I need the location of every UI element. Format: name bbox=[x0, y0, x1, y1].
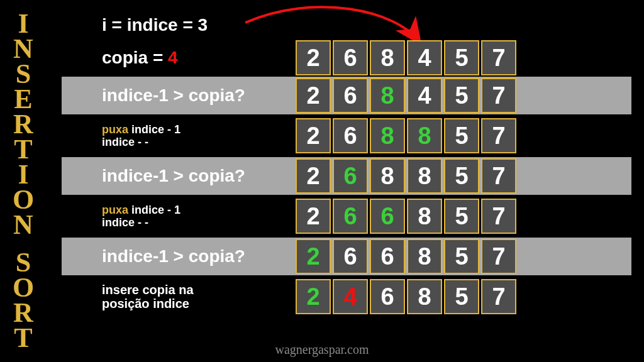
step-row-1: indice-1 > copia?268457 bbox=[62, 77, 631, 114]
array-cell: 5 bbox=[444, 199, 479, 234]
array-cell-value: 2 bbox=[306, 204, 319, 228]
array-row-1: 268457 bbox=[296, 78, 518, 113]
array-cell: 6 bbox=[333, 199, 368, 234]
array-cell: 2 bbox=[296, 158, 331, 194]
array-cell: 8 bbox=[370, 118, 405, 153]
array-cell-value: 8 bbox=[418, 285, 431, 309]
step-text: indice-1 > copia? bbox=[62, 85, 296, 106]
array-cell-value: 2 bbox=[306, 124, 319, 148]
step-text: indice-1 > copia? bbox=[62, 246, 296, 266]
array-cell: 8 bbox=[407, 239, 442, 274]
array-row-0: 268457 bbox=[296, 40, 518, 75]
array-cell-value: 5 bbox=[455, 84, 468, 107]
array-cell-value: 7 bbox=[492, 46, 505, 70]
step-text: puxa indice - 1indice - - bbox=[62, 204, 296, 229]
array-cell: 4 bbox=[407, 40, 442, 75]
array-cell: 8 bbox=[370, 78, 405, 113]
array-cell-value: 8 bbox=[380, 84, 394, 107]
step-row-6: insere copia naposição indice246857 bbox=[62, 278, 631, 315]
array-cell-value: 2 bbox=[306, 244, 319, 268]
step-action-2: indice - - bbox=[102, 136, 289, 148]
array-cell-value: 8 bbox=[418, 164, 431, 188]
array-cell: 8 bbox=[407, 199, 442, 234]
array-cell: 2 bbox=[296, 199, 331, 234]
array-cell-value: 6 bbox=[380, 244, 394, 268]
array-cell-value: 2 bbox=[306, 46, 319, 70]
array-cell-value: 6 bbox=[343, 124, 357, 148]
array-cell-value: 7 bbox=[492, 124, 505, 148]
array-row-3: 268857 bbox=[296, 158, 518, 194]
array-cell: 8 bbox=[370, 40, 405, 75]
array-cell-value: 5 bbox=[455, 244, 468, 268]
header-line-2: copia = 4 268457 bbox=[62, 39, 631, 77]
array-cell-value: 2 bbox=[306, 285, 319, 309]
copia-value: 4 bbox=[168, 48, 178, 67]
array-cell-value: 6 bbox=[380, 285, 394, 309]
step-action-1: puxa indice - 1 bbox=[102, 123, 289, 136]
step-insert-1: insere copia na bbox=[102, 283, 289, 297]
step-text: puxa indice - 1indice - - bbox=[62, 123, 296, 148]
array-cell-value: 7 bbox=[492, 244, 505, 268]
array-cell: 2 bbox=[296, 118, 331, 153]
array-cell-value: 4 bbox=[343, 285, 357, 309]
array-cell: 4 bbox=[333, 279, 368, 314]
step-action-2: indice - - bbox=[102, 216, 289, 229]
array-cell: 8 bbox=[407, 118, 442, 153]
diagram-content: i = indice = 3 copia = 4 268457 indice-1… bbox=[62, 11, 631, 315]
array-cell: 6 bbox=[370, 279, 405, 314]
array-cell: 2 bbox=[296, 239, 331, 274]
step-text: indice-1 > copia? bbox=[62, 166, 296, 186]
array-cell-value: 5 bbox=[455, 124, 468, 148]
array-row-2: 268857 bbox=[296, 118, 518, 153]
array-cell: 7 bbox=[481, 279, 516, 314]
copia-label: copia = 4 bbox=[102, 48, 289, 68]
array-cell-value: 7 bbox=[492, 164, 505, 188]
array-cell-value: 2 bbox=[306, 84, 319, 107]
array-row-6: 246857 bbox=[296, 279, 518, 314]
array-cell: 7 bbox=[481, 199, 516, 234]
step-text: insere copia naposição indice bbox=[62, 283, 296, 310]
array-cell-value: 6 bbox=[380, 204, 394, 228]
array-cell: 5 bbox=[444, 118, 479, 153]
array-cell-value: 5 bbox=[455, 164, 468, 188]
array-cell-value: 6 bbox=[343, 84, 357, 107]
array-cell-value: 6 bbox=[343, 244, 357, 268]
array-cell: 5 bbox=[444, 40, 479, 75]
array-cell: 5 bbox=[444, 158, 479, 194]
array-cell: 8 bbox=[407, 158, 442, 194]
step-row-3: indice-1 > copia?268857 bbox=[62, 157, 631, 195]
array-cell-value: 5 bbox=[455, 204, 468, 228]
step-question: indice-1 > copia? bbox=[102, 85, 289, 106]
array-cell: 7 bbox=[481, 40, 516, 75]
step-question: indice-1 > copia? bbox=[102, 246, 289, 266]
array-cell: 7 bbox=[481, 239, 516, 274]
array-cell-value: 8 bbox=[418, 124, 431, 148]
i-indice-label: i = indice = 3 bbox=[102, 15, 289, 35]
step-question: indice-1 > copia? bbox=[102, 166, 289, 186]
array-cell-value: 5 bbox=[455, 46, 468, 70]
array-cell-value: 8 bbox=[380, 124, 394, 148]
step-row-2: puxa indice - 1indice - -268857 bbox=[62, 117, 631, 155]
array-cell-value: 7 bbox=[492, 204, 505, 228]
array-cell-value: 6 bbox=[343, 204, 357, 228]
footer-credit: wagnergaspar.com bbox=[0, 343, 644, 357]
step-insert-2: posição indice bbox=[102, 297, 289, 310]
vertical-title: INSERTIONSORT bbox=[13, 11, 35, 351]
array-cell-value: 8 bbox=[380, 46, 394, 70]
array-cell: 6 bbox=[333, 118, 368, 153]
array-cell-value: 6 bbox=[343, 164, 357, 188]
header-line-1: i = indice = 3 bbox=[62, 11, 631, 39]
array-cell-value: 6 bbox=[343, 46, 357, 70]
array-cell: 6 bbox=[370, 239, 405, 274]
copia-label-text: copia = bbox=[102, 48, 168, 67]
array-cell: 5 bbox=[444, 78, 479, 113]
array-cell: 7 bbox=[481, 158, 516, 194]
array-cell: 2 bbox=[296, 279, 331, 314]
step-row-4: puxa indice - 1indice - -266857 bbox=[62, 197, 631, 235]
array-cell: 6 bbox=[333, 40, 368, 75]
step-action-1: puxa indice - 1 bbox=[102, 204, 289, 216]
array-cell-value: 8 bbox=[418, 204, 431, 228]
array-cell: 8 bbox=[407, 279, 442, 314]
step-row-5: indice-1 > copia?266857 bbox=[62, 238, 631, 275]
array-cell: 6 bbox=[370, 199, 405, 234]
